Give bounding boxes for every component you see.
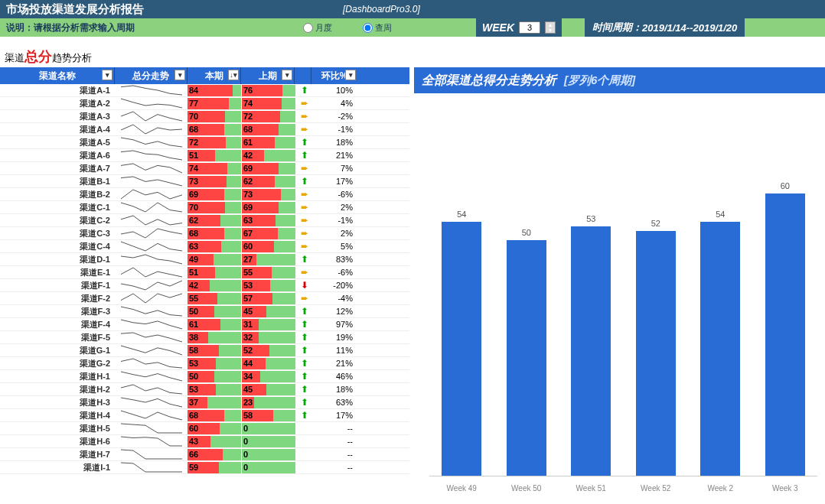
cell-previous: 31 <box>242 319 295 330</box>
chart-title-main: 全部渠道总得分走势分析 <box>422 73 556 89</box>
trend-arrow-icon: ⬆ <box>296 176 313 187</box>
table-row: 渠道H-7660-- <box>0 448 409 461</box>
filter-dropdown-icon[interactable]: ▾ <box>345 70 356 80</box>
cell-channel-name: 渠道A-1 <box>0 85 115 96</box>
trend-arrow-icon: ⬆ <box>296 384 313 395</box>
filter-dropdown-icon[interactable]: ▾ <box>174 70 185 80</box>
cell-current: 84 <box>188 85 241 96</box>
x-tick-label: Week 3 <box>758 484 812 493</box>
cell-change-pct: 19% <box>313 333 359 342</box>
x-tick-label: Week 51 <box>564 484 618 493</box>
radio-week-label[interactable]: 查周 <box>363 22 392 34</box>
trend-arrow-icon: ➨ <box>296 163 313 174</box>
cell-current: 62 <box>188 215 241 226</box>
cell-sparkline <box>115 358 188 369</box>
table-row: 渠道F-35045⬆12% <box>0 305 409 318</box>
cell-channel-name: 渠道F-4 <box>0 319 115 330</box>
spin-down-icon[interactable]: ▼ <box>546 28 555 33</box>
cell-sparkline <box>115 332 188 343</box>
bar-rect <box>442 222 481 476</box>
week-input[interactable] <box>519 21 540 34</box>
cell-channel-name: 渠道F-5 <box>0 332 115 343</box>
cell-previous: 0 <box>242 436 295 447</box>
cell-current: 68 <box>188 124 241 135</box>
table-row: 渠道C-17069➨2% <box>0 201 409 214</box>
cell-sparkline <box>115 215 188 226</box>
cell-current: 61 <box>188 319 241 330</box>
cell-change-pct: -- <box>313 437 359 446</box>
cell-previous: 55 <box>242 267 295 278</box>
header-controls-bar: 说明： 请根据分析需求输入周期 月度 查周 WEEK ▲▼ 时间周期： 2019… <box>0 18 825 37</box>
cell-channel-name: 渠道H-6 <box>0 436 115 447</box>
cell-channel-name: 渠道A-3 <box>0 111 115 122</box>
table-row: 渠道H-6430-- <box>0 435 409 448</box>
cell-sparkline <box>115 98 188 109</box>
cell-current: 70 <box>188 111 241 122</box>
cell-channel-name: 渠道C-2 <box>0 215 115 226</box>
trend-arrow-icon: ⬆ <box>296 345 313 356</box>
cell-channel-name: 渠道H-3 <box>0 397 115 408</box>
bar-value-label: 60 <box>781 181 790 190</box>
cell-previous: 27 <box>242 254 295 265</box>
cell-previous: 73 <box>242 189 295 200</box>
cell-previous: 76 <box>242 85 295 96</box>
cell-sparkline <box>115 267 188 278</box>
cell-previous: 74 <box>242 98 295 109</box>
cell-current: 58 <box>188 345 241 356</box>
bar-rect <box>765 193 805 476</box>
trend-arrow-icon: ⬆ <box>296 150 313 161</box>
trend-arrow-icon: ⬆ <box>296 332 313 343</box>
chart-title-bar: 全部渠道总得分走势分析 [罗列6个周期] <box>414 67 825 93</box>
cell-channel-name: 渠道G-1 <box>0 345 115 356</box>
cell-sparkline <box>115 189 188 200</box>
trend-arrow-icon: ⬇ <box>296 280 313 291</box>
bar-rect <box>636 231 676 476</box>
cell-channel-name: 渠道B-2 <box>0 189 115 200</box>
cell-sparkline <box>115 111 188 122</box>
cell-channel-name: 渠道I-1 <box>0 462 115 473</box>
cell-channel-name: 渠道F-2 <box>0 293 115 304</box>
bar-value-label: 52 <box>651 219 660 228</box>
filter-dropdown-icon[interactable]: ▾ <box>282 70 292 80</box>
table-row: 渠道F-25557➨-4% <box>0 292 409 305</box>
cell-channel-name: 渠道H-7 <box>0 449 115 460</box>
cell-channel-name: 渠道D-1 <box>0 254 115 265</box>
cell-previous: 44 <box>242 358 295 369</box>
cell-previous: 58 <box>242 410 295 421</box>
bar-chart: 545053525460 Week 49Week 50Week 51Week 5… <box>414 93 825 499</box>
week-label: WEEK <box>482 21 514 34</box>
table-row: 渠道G-25344⬆21% <box>0 357 409 370</box>
cell-change-pct: 11% <box>313 346 359 355</box>
cell-previous: 53 <box>242 280 295 291</box>
table-row: 渠道F-46131⬆97% <box>0 318 409 331</box>
cell-change-pct: 18% <box>313 385 359 394</box>
trend-arrow-icon: ➨ <box>296 293 313 304</box>
radio-week[interactable] <box>363 23 373 33</box>
cell-current: 51 <box>188 150 241 161</box>
cell-sparkline <box>115 241 188 252</box>
spin-up-icon[interactable]: ▲ <box>546 22 555 28</box>
trend-arrow-icon: ➨ <box>296 215 313 226</box>
sort-dropdown-icon[interactable]: ↓▾ <box>228 70 239 80</box>
week-spinner[interactable]: ▲▼ <box>545 21 556 34</box>
radio-month-label[interactable]: 月度 <box>303 22 332 34</box>
cell-channel-name: 渠道C-1 <box>0 202 115 213</box>
radio-month[interactable] <box>303 23 313 33</box>
table-header-row: 渠道名称▾ 总分走势▾ 本期↓▾ 上期▾ 环比%▾ <box>0 67 409 84</box>
filter-dropdown-icon[interactable]: ▾ <box>102 70 112 80</box>
table-row: 渠道A-65142⬆21% <box>0 149 409 162</box>
instruction-label: 说明： <box>6 21 34 34</box>
table-row: 渠道I-1590-- <box>0 461 409 474</box>
cell-current: 70 <box>188 202 241 213</box>
x-tick-label: Week 50 <box>500 484 553 493</box>
bar-column: 54 <box>435 210 488 476</box>
cell-sparkline <box>115 280 188 291</box>
cell-sparkline <box>115 163 188 174</box>
cell-change-pct: 97% <box>313 320 359 329</box>
bar-value-label: 50 <box>522 228 531 237</box>
bar-column: 52 <box>629 219 683 476</box>
table-row: 渠道H-25345⬆18% <box>0 383 409 396</box>
cell-previous: 72 <box>242 111 295 122</box>
trend-arrow-icon: ⬆ <box>296 137 313 148</box>
cell-change-pct: 17% <box>313 411 359 420</box>
